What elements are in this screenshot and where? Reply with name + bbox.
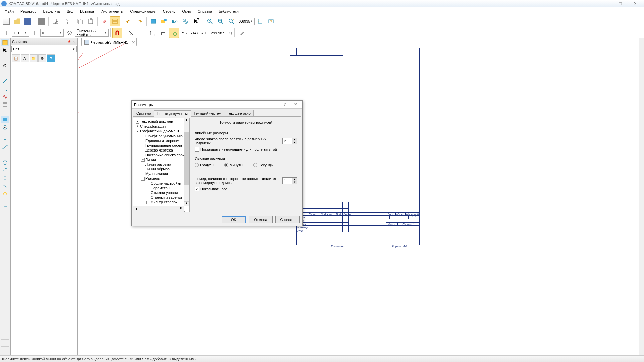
redo-button[interactable] [135, 16, 145, 26]
canvas-scrollbar-v[interactable] [639, 38, 644, 355]
tree-item[interactable]: +Фильтр стрелок [134, 200, 189, 205]
zoom-window-button[interactable] [226, 16, 236, 26]
panel-help-icon[interactable]: ? [47, 54, 55, 62]
hatch-tool[interactable] [1, 70, 9, 77]
cursor-pos-button[interactable] [1, 28, 11, 38]
spline-tool[interactable] [1, 182, 9, 189]
spin-down-icon[interactable]: ▼ [292, 181, 297, 184]
tab-current-drawing[interactable]: Текущий чертеж [191, 110, 224, 116]
tree-item[interactable]: -Графический документ [134, 129, 189, 134]
variables-button[interactable]: 12 [180, 16, 191, 26]
ortho-button[interactable] [158, 28, 168, 38]
settings-tree[interactable]: +Текстовый документ+Спецификация-Графиче… [133, 118, 190, 212]
radio-minutes[interactable] [224, 163, 228, 167]
tree-item[interactable]: Шрифт по умолчанию [134, 134, 189, 138]
zoom-in-button[interactable] [205, 16, 215, 26]
layer-dropdown[interactable]: Системный слой (0)▼ [75, 29, 109, 37]
menu-view[interactable]: Вид [63, 9, 77, 14]
properties-button[interactable] [110, 16, 120, 26]
angle-button[interactable] [126, 28, 136, 38]
bezier-tool[interactable] [1, 190, 9, 197]
chamfer-tool[interactable] [1, 197, 9, 205]
drawing-canvas[interactable]: Чертеж БЕЗ ИМЕНИ1 × [78, 38, 639, 355]
menu-libraries[interactable]: Библиотеки [215, 9, 242, 14]
panel-close-icon[interactable]: ✕ [72, 40, 76, 43]
tree-item[interactable]: Отметки уровня [134, 190, 189, 195]
circle-tool[interactable] [1, 159, 9, 166]
tree-item[interactable]: Мультилиния [134, 171, 189, 176]
axis-button[interactable] [148, 28, 158, 38]
line-tool[interactable] [1, 77, 9, 85]
arrow-tool[interactable] [1, 47, 9, 54]
spin-up-icon[interactable]: ▲ [292, 138, 297, 141]
spin-up-icon[interactable]: ▲ [292, 178, 297, 181]
tree-item[interactable]: Стрелки и засечки [134, 195, 189, 200]
table-tool[interactable] [1, 108, 9, 116]
ok-button[interactable]: OK [222, 216, 246, 223]
symbols-tool[interactable]: ∅ [1, 62, 9, 69]
grid-button[interactable] [137, 28, 147, 38]
menu-tools[interactable]: Инструменты [97, 9, 127, 14]
zoom-value-dropdown[interactable]: 0.6935▼ [237, 18, 255, 25]
tree-item[interactable]: -Размеры [134, 176, 189, 181]
tree-item[interactable]: +Спецификация [134, 124, 189, 129]
help-button[interactable]: Справка [275, 216, 300, 223]
paste-button[interactable] [86, 16, 96, 26]
new-button[interactable] [1, 16, 11, 26]
break-tool[interactable] [1, 93, 9, 100]
menu-editor[interactable]: Редактор [17, 9, 40, 14]
fx-button[interactable]: f(x) [170, 16, 180, 26]
panel-tool-4[interactable]: ⚙ [38, 54, 46, 62]
show-all-checkbox[interactable]: ✓ [195, 187, 199, 191]
decimals-input[interactable] [283, 138, 292, 144]
panel-tool-1[interactable]: 📋 [12, 54, 20, 62]
segment-tool[interactable] [1, 143, 9, 151]
dialog-help-icon[interactable]: ? [280, 102, 289, 107]
help-cursor-button[interactable]: ? [191, 16, 201, 26]
radio-degrees[interactable] [195, 163, 199, 167]
layer-icon[interactable] [64, 28, 74, 38]
dialog-titlebar[interactable]: Параметры ? ✕ [132, 101, 302, 109]
tree-scrollbar-v[interactable]: ▲▼ [184, 118, 189, 206]
close-button[interactable]: ✕ [628, 0, 643, 7]
ellipse-tool[interactable] [1, 174, 9, 182]
tab-system[interactable]: Система [133, 110, 154, 116]
infline-tool[interactable] [1, 151, 9, 159]
tab-new-documents[interactable]: Новые документы [154, 110, 191, 117]
angle-tool[interactable] [1, 85, 9, 93]
panel-object-dropdown[interactable]: Нет▼ [11, 46, 77, 52]
step-button[interactable] [30, 28, 40, 38]
eraser-button[interactable] [99, 16, 109, 26]
redraw-button[interactable] [266, 16, 276, 26]
rect-tool[interactable] [1, 116, 9, 123]
geometry-tool[interactable] [1, 39, 9, 46]
text-tool[interactable] [1, 101, 9, 108]
open-button[interactable] [12, 16, 22, 26]
maximize-button[interactable]: ▢ [612, 0, 628, 7]
show-zeros-checkbox[interactable] [195, 147, 199, 152]
arc-tool[interactable] [1, 167, 9, 174]
dialog-close-icon[interactable]: ✕ [291, 102, 300, 107]
tab-current-window[interactable]: Текущее окно [224, 110, 254, 116]
panel-tool-3[interactable]: 📁 [30, 54, 38, 62]
line-weight-dropdown[interactable]: 1.0▼ [12, 29, 29, 37]
fillet-tool[interactable] [1, 205, 9, 213]
tree-scrollbar-h[interactable]: ◀▶ [133, 206, 184, 212]
qualitet-input[interactable] [283, 178, 292, 184]
panel-pin-icon[interactable]: 📌 [66, 40, 71, 43]
snap-button[interactable] [112, 28, 122, 38]
zoom-out-button[interactable] [216, 16, 226, 26]
tree-item[interactable]: +Текстовый документ [134, 119, 189, 124]
minimize-button[interactable]: — [597, 0, 612, 7]
menu-file[interactable]: Файл [1, 9, 17, 14]
tree-item[interactable]: Группирование слоев [134, 143, 189, 148]
preview-button[interactable] [50, 16, 60, 26]
style-dropdown[interactable]: 0▼ [40, 29, 64, 37]
tree-item[interactable]: Линии обрыва [134, 167, 189, 171]
qualitet-spinbox[interactable]: ▲▼ [282, 177, 297, 184]
undo-button[interactable] [124, 16, 134, 26]
point-tool[interactable] [1, 136, 9, 143]
menu-spec[interactable]: Спецификация [127, 9, 160, 14]
menu-window[interactable]: Окно [179, 9, 194, 14]
zoom-fit-button[interactable] [255, 16, 265, 26]
